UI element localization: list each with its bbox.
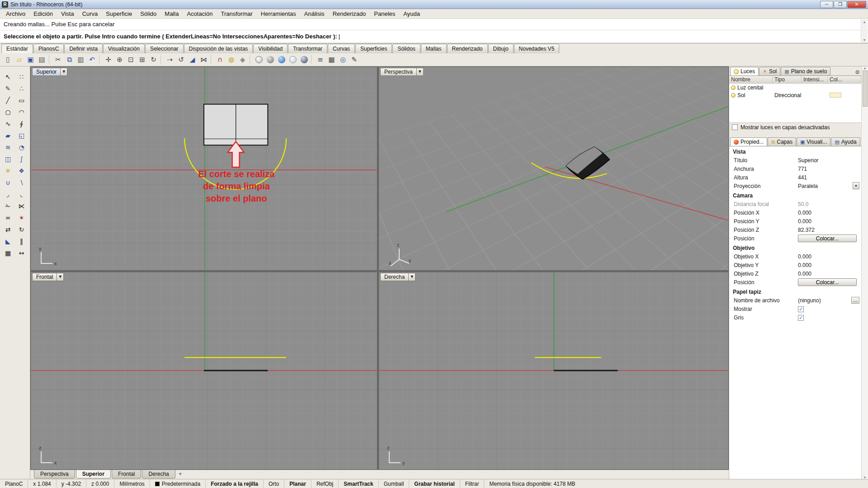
field-objetivo-x[interactable]: 0.000 bbox=[798, 253, 861, 260]
copy-icon[interactable]: ⧉ bbox=[64, 54, 75, 65]
cut-icon[interactable]: ✂ bbox=[52, 54, 64, 65]
frontal-canvas[interactable] bbox=[31, 272, 377, 469]
block-icon[interactable]: ❖ bbox=[15, 165, 28, 176]
menu-edicion[interactable]: Edición bbox=[29, 9, 57, 19]
dimension-icon[interactable]: ↔ bbox=[15, 247, 28, 258]
helix-tool-icon[interactable]: ∮ bbox=[15, 118, 28, 129]
viewport-perspectiva[interactable]: Perspectiva ▼ z y x bbox=[378, 66, 729, 271]
command-prompt-line[interactable]: Seleccione el objeto a partir. Pulse Int… bbox=[0, 30, 868, 43]
viewport-tab-frontal[interactable]: Frontal bbox=[112, 470, 141, 479]
select-tool-icon[interactable]: ↖ bbox=[2, 71, 14, 82]
minimize-button[interactable]: ─ bbox=[820, 1, 833, 8]
viewport-label-derecha[interactable]: Derecha ▼ bbox=[380, 273, 415, 281]
menu-paneles[interactable]: Paneles bbox=[370, 9, 399, 19]
menu-transformar[interactable]: Transformar bbox=[217, 9, 256, 19]
selection-filter-icon[interactable]: ∷ bbox=[15, 71, 28, 82]
field-proyeccion[interactable]: Paralela▼ bbox=[798, 183, 861, 189]
light-color-swatch[interactable] bbox=[830, 93, 841, 98]
menu-superficie[interactable]: Superficie bbox=[102, 9, 136, 19]
tab-propiedades[interactable]: Propied... bbox=[730, 137, 767, 146]
field-anchura[interactable]: 771 bbox=[798, 166, 861, 172]
dropdown-arrow-icon[interactable]: ▼ bbox=[853, 182, 859, 189]
status-coord-x[interactable]: x 1.084 bbox=[28, 479, 56, 488]
perspectiva-canvas[interactable] bbox=[379, 67, 728, 270]
command-area[interactable]: Creando mallas... Pulse Esc para cancela… bbox=[0, 19, 868, 43]
hide-objects-icon[interactable]: ◍ bbox=[226, 54, 237, 65]
viewport-label-superior[interactable]: Superior ▼ bbox=[32, 68, 67, 76]
toolbar-tab-novedades[interactable]: Novedades V5 bbox=[514, 44, 560, 53]
surface-plane-icon[interactable]: ▰ bbox=[2, 130, 14, 141]
menu-malla[interactable]: Malla bbox=[160, 9, 183, 19]
undo-icon[interactable]: ↶ bbox=[86, 54, 98, 65]
maximize-button[interactable]: ❐ bbox=[834, 1, 847, 8]
viewport-menu-arrow-icon[interactable]: ▼ bbox=[417, 68, 424, 76]
fillet-icon[interactable]: ◞ bbox=[2, 188, 14, 200]
column-color[interactable]: Col... bbox=[828, 76, 861, 83]
pan-icon[interactable]: ✛ bbox=[103, 54, 114, 65]
toolbar-tab-curvas[interactable]: Curvas bbox=[328, 44, 355, 53]
menu-archivo[interactable]: Archivo bbox=[2, 9, 29, 19]
viewport-derecha[interactable]: Derecha ▼ z y bbox=[378, 272, 729, 470]
wireframe-display-icon[interactable] bbox=[253, 54, 264, 65]
scroll-down-icon[interactable]: ▼ bbox=[863, 38, 866, 42]
split-icon[interactable]: ⋉ bbox=[15, 200, 28, 211]
ghosted-display-icon[interactable] bbox=[287, 54, 298, 65]
viewport-tab-perspectiva[interactable]: Perspectiva bbox=[34, 470, 75, 479]
move-icon[interactable]: ⇢ bbox=[164, 54, 175, 65]
zoom-dynamic-icon[interactable]: ⊕ bbox=[114, 54, 125, 65]
light-row-luz-cenital[interactable]: Luz cenital bbox=[729, 84, 861, 91]
rotate-icon[interactable]: ↺ bbox=[175, 54, 187, 65]
viewport-label-frontal[interactable]: Frontal ▼ bbox=[32, 273, 64, 281]
xray-display-icon[interactable] bbox=[298, 54, 310, 65]
menu-ayuda[interactable]: Ayuda bbox=[399, 9, 424, 19]
arc-tool-icon[interactable]: ◠ bbox=[15, 106, 28, 117]
cut-plane-surface[interactable] bbox=[204, 104, 268, 145]
record-history-icon[interactable]: ✎ bbox=[349, 54, 360, 65]
tab-sol[interactable]: ☀Sol bbox=[759, 67, 780, 75]
toolbar-tab-renderizado[interactable]: Renderizado bbox=[447, 44, 488, 53]
status-coord-y[interactable]: y -4.302 bbox=[57, 479, 86, 488]
rotate-view-icon[interactable]: ↻ bbox=[148, 54, 159, 65]
scrollbar-thumb[interactable] bbox=[863, 70, 868, 107]
status-units[interactable]: Milímetros bbox=[114, 479, 150, 488]
browse-file-button[interactable]: … bbox=[851, 297, 859, 304]
extrude-icon[interactable]: ◫ bbox=[2, 153, 14, 164]
add-viewport-tab-icon[interactable]: + bbox=[176, 470, 184, 478]
field-titulo[interactable]: Superior bbox=[798, 157, 861, 164]
field-nombre-archivo[interactable]: (ninguno)… bbox=[798, 297, 861, 304]
status-planar[interactable]: Planar bbox=[284, 479, 311, 488]
menu-analisis[interactable]: Análisis bbox=[300, 9, 329, 19]
zoom-extents-icon[interactable]: ⊞ bbox=[137, 54, 148, 65]
menu-herramientas[interactable]: Herramientas bbox=[257, 9, 300, 19]
toolbar-tab-seleccionar[interactable]: Seleccionar bbox=[145, 44, 184, 53]
gumball-toolbar-icon[interactable]: ◎ bbox=[337, 54, 349, 65]
menu-renderizado[interactable]: Renderizado bbox=[329, 9, 370, 19]
boolean-difference-icon[interactable]: ∖ bbox=[15, 177, 28, 188]
derecha-canvas[interactable] bbox=[379, 272, 728, 469]
viewport-tab-derecha[interactable]: Derecha bbox=[142, 470, 175, 479]
grid-options-icon[interactable]: ▦ bbox=[326, 54, 337, 65]
toolbar-tab-transformar[interactable]: Transformar bbox=[288, 44, 327, 53]
rectangle-tool-icon[interactable]: ▭ bbox=[15, 94, 28, 106]
close-button[interactable]: ✕ bbox=[847, 1, 866, 8]
mostrar-checkbox[interactable] bbox=[798, 306, 804, 312]
point-tool-icon[interactable]: ∴ bbox=[15, 83, 28, 94]
viewport-superior[interactable]: El corte se realiza de forma limpia sobr… bbox=[30, 66, 377, 271]
status-gumball[interactable]: Gumball bbox=[379, 479, 410, 488]
mirror-object-icon[interactable]: ‖ bbox=[15, 235, 28, 247]
viewport-tab-superior[interactable]: Superior bbox=[76, 470, 111, 479]
status-layer[interactable]: Predeterminada bbox=[150, 479, 206, 488]
tab-ayuda[interactable]: ▤Ayuda bbox=[831, 137, 860, 146]
status-osnap[interactable]: RefObj bbox=[311, 479, 339, 488]
viewport-menu-arrow-icon[interactable]: ▼ bbox=[61, 68, 67, 76]
viewport-label-perspectiva[interactable]: Perspectiva ▼ bbox=[380, 68, 424, 76]
status-coord-z[interactable]: z 0.000 bbox=[86, 479, 114, 488]
tab-capas[interactable]: ⧉Capas bbox=[768, 137, 796, 146]
tab-luces[interactable]: Luces bbox=[730, 67, 759, 75]
sweep-icon[interactable]: ∫ bbox=[15, 153, 28, 164]
status-ortho[interactable]: Orto bbox=[264, 479, 284, 488]
menu-solido[interactable]: Sólido bbox=[136, 9, 160, 19]
toolbar-tab-visualizacion[interactable]: Visualización bbox=[103, 44, 145, 53]
menu-vista[interactable]: Vista bbox=[57, 9, 78, 19]
field-posicion-x[interactable]: 0.000 bbox=[798, 210, 861, 216]
